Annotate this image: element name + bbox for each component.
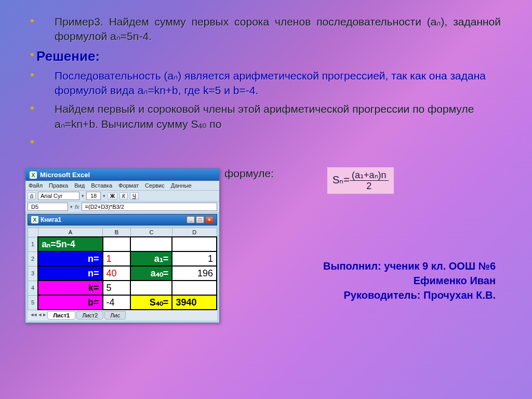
credit-line-3: Руководитель: Прочухан К.В. — [323, 288, 496, 302]
excel-icon: X — [30, 171, 37, 179]
cell[interactable]: 196 — [172, 266, 217, 281]
table-row: 3 n= 40 a₄₀= 196 — [28, 266, 217, 281]
name-box[interactable]: D5 — [28, 203, 68, 211]
table-row: 5 b= -4 S₄₀= 3940 — [28, 295, 217, 310]
cell[interactable]: a₁= — [130, 251, 172, 266]
col-header[interactable]: D — [172, 228, 217, 237]
fx-icon[interactable]: fx — [75, 204, 79, 210]
maximize-button[interactable]: □ — [196, 216, 204, 223]
cell[interactable]: 1 — [103, 251, 131, 266]
col-header[interactable]: C — [130, 228, 172, 237]
cell[interactable]: 5 — [103, 281, 131, 295]
cell[interactable]: b= — [38, 295, 102, 310]
sheet-tab[interactable]: Лист1 — [47, 311, 75, 320]
menu-format[interactable]: Формат — [118, 182, 139, 189]
corner-cell[interactable] — [28, 228, 38, 237]
cell[interactable]: S₄₀= — [130, 295, 172, 310]
credits: Выполнил: ученик 9 кл. ООШ №6 Ефименко И… — [323, 259, 496, 302]
cell[interactable]: 1 — [172, 251, 217, 266]
excel-icon: X — [31, 216, 38, 223]
menu-edit[interactable]: Правка — [49, 182, 68, 189]
col-header[interactable]: B — [103, 228, 131, 237]
menu-file[interactable]: Файл — [29, 182, 43, 189]
cell[interactable] — [172, 237, 217, 251]
formula-bar: D5 ▾ fx =(D2+D3)*B3/2 — [25, 202, 219, 212]
formula-box: Sₙ=(a₁+aₙ)n2 — [327, 167, 394, 194]
cell[interactable]: -4 — [103, 295, 131, 310]
menu-view[interactable]: Вид — [74, 182, 85, 189]
excel-titlebar[interactable]: X Microsoft Excel — [25, 169, 219, 181]
paragraph-3: Найдем первый и сороковой члены этой ари… — [55, 102, 501, 131]
italic-button[interactable]: К — [119, 192, 128, 200]
bold-button[interactable]: Ж — [108, 192, 117, 200]
row-header[interactable]: 1 — [28, 237, 38, 251]
menu-data[interactable]: Данные — [171, 182, 192, 189]
formula-denominator: 2 — [366, 180, 371, 191]
bullet-icon: • — [30, 138, 38, 146]
formula-numerator: (a₁+aₙ)n — [350, 170, 389, 181]
row-header[interactable]: 4 — [28, 281, 38, 295]
table-row: 1 aₙ=5n-4 — [28, 237, 217, 251]
bullet-icon: • — [30, 17, 38, 25]
bullet-icon: • — [30, 50, 38, 59]
dropdown-icon[interactable]: ▾ — [103, 193, 105, 198]
sheet-tab[interactable]: Лис — [104, 311, 126, 320]
table-row: 2 n= 1 a₁= 1 — [28, 251, 217, 266]
col-header[interactable]: A — [38, 228, 102, 237]
formula-lhs: Sₙ= — [332, 174, 350, 185]
row-header[interactable]: 3 — [28, 266, 38, 281]
close-button[interactable]: × — [205, 216, 214, 223]
formula-label: формуле: — [224, 167, 274, 180]
heading-solution: Решение: — [36, 48, 501, 64]
toolbar-button[interactable]: ⎙ — [28, 192, 36, 200]
row-header[interactable]: 5 — [28, 295, 38, 310]
menu-service[interactable]: Сервис — [145, 182, 165, 189]
paragraph-1: Пример3. Найдем сумму первых сорока член… — [55, 15, 501, 44]
excel-window: X Microsoft Excel Файл Правка Вид Вставк… — [25, 168, 220, 323]
cell[interactable] — [130, 237, 172, 251]
table-row: 4 k= 5 — [28, 281, 217, 295]
size-selector[interactable]: 18 — [86, 192, 101, 200]
sheet-tabs: ◂◂ ◂ ▸ Лист1 Лист2 Лис — [28, 310, 217, 321]
paragraph-2: Последовательность (aₙ) является арифмет… — [55, 69, 501, 98]
excel-title: Microsoft Excel — [40, 171, 90, 179]
minimize-button[interactable]: _ — [187, 216, 195, 223]
cell[interactable]: n= — [38, 251, 102, 266]
worksheet: A B C D 1 aₙ=5n-4 2 n= 1 a₁= 1 3 n= — [28, 228, 217, 321]
excel-menubar: Файл Правка Вид Вставка Формат Сервис Да… — [25, 181, 219, 190]
dropdown-icon[interactable]: ▾ — [70, 204, 73, 209]
cell[interactable] — [130, 281, 172, 295]
underline-button[interactable]: Ч — [130, 192, 139, 200]
credit-line-1: Выполнил: ученик 9 кл. ООШ №6 — [323, 259, 496, 273]
cell[interactable]: n= — [38, 266, 102, 281]
tab-nav-icon[interactable]: ◂◂ ◂ ▸ — [31, 311, 46, 320]
cell[interactable]: a₄₀= — [130, 266, 172, 281]
row-header[interactable]: 2 — [28, 251, 38, 266]
menu-insert[interactable]: Вставка — [91, 182, 112, 189]
cell[interactable] — [103, 237, 131, 251]
cell[interactable]: aₙ=5n-4 — [38, 237, 102, 251]
bullet-icon: • — [30, 104, 38, 112]
workbook-name: Книга1 — [41, 216, 61, 223]
credit-line-2: Ефименко Иван — [323, 273, 496, 288]
dropdown-icon[interactable]: ▾ — [82, 193, 84, 198]
formula-field[interactable]: =(D2+D3)*B3/2 — [82, 203, 217, 211]
workbook-titlebar[interactable]: XКнига1 _ □ × — [28, 214, 217, 225]
font-selector[interactable]: Arial Cyr — [38, 192, 79, 200]
bullet-icon: • — [30, 71, 38, 79]
excel-toolbar: ⎙ Arial Cyr ▾ 18 ▾ Ж К Ч — [25, 190, 219, 202]
cell[interactable]: 40 — [103, 266, 131, 281]
cell[interactable]: k= — [38, 281, 102, 295]
cell[interactable]: 3940 — [172, 295, 217, 310]
sheet-tab[interactable]: Лист2 — [76, 311, 103, 320]
cell[interactable] — [172, 281, 217, 295]
